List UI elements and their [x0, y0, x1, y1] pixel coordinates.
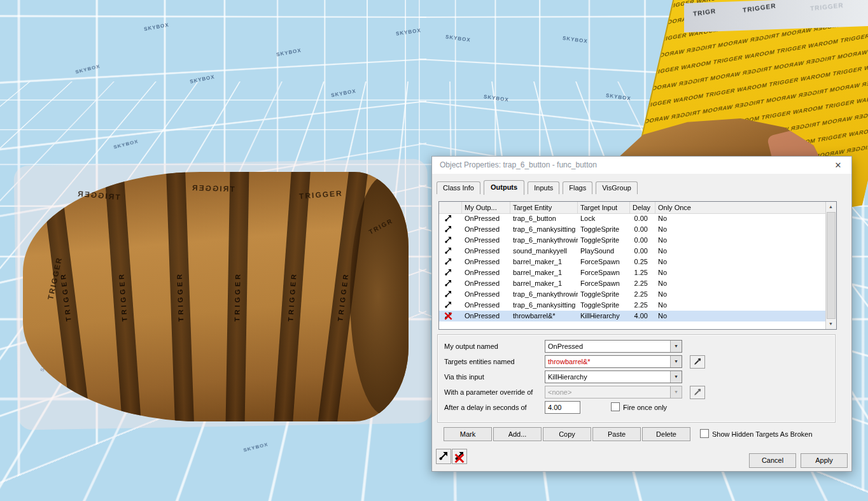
output-row[interactable]: OnPressed barrel_maker_1 ForceSpawn 0.25…: [439, 257, 826, 267]
output-row[interactable]: OnPressed barrel_maker_1 ForceSpawn 2.25…: [439, 278, 826, 289]
copy-button[interactable]: Copy: [543, 427, 591, 441]
output-row[interactable]: OnPressed trap_6_mankythrowing ToggleSpr…: [439, 289, 826, 300]
broken-output-icon-button[interactable]: [452, 449, 467, 464]
row-output: OnPressed: [462, 311, 510, 321]
fire-once-label: Fire once only: [623, 404, 667, 411]
dialog-titlebar[interactable]: Object Properties: trap_6_button - func_…: [432, 157, 851, 174]
eyedropper-icon: [693, 357, 702, 366]
output-row-selected[interactable]: OnPressed throwbarrel&* KillHierarchy 4.…: [439, 311, 826, 321]
barrel-model: TRIGGER TRIGGER TRIGGER TRIGGER TRIGGER …: [23, 172, 409, 421]
row-target-entity: barrel_maker_1: [510, 267, 578, 278]
column-icon-header[interactable]: [439, 202, 462, 213]
row-target-input: Lock: [578, 213, 630, 224]
column-my-output[interactable]: My Outp...: [462, 202, 510, 213]
checkbox-icon[interactable]: [611, 402, 620, 411]
chevron-down-icon[interactable]: ▼: [670, 341, 682, 352]
row-only-once: No: [655, 311, 826, 321]
fire-once-checkbox[interactable]: Fire once only: [611, 401, 667, 414]
param-override-label: With a parameter override of: [444, 386, 533, 399]
chevron-down-icon[interactable]: ▼: [670, 356, 682, 367]
output-row[interactable]: OnPressed trap_6_mankysitting ToggleSpri…: [439, 300, 826, 311]
via-input-value: KillHierarchy: [545, 371, 670, 383]
output-row[interactable]: OnPressed sound_mankyyell PlaySound 0.00…: [439, 246, 826, 257]
mark-button[interactable]: Mark: [444, 427, 492, 441]
scroll-thumb[interactable]: [827, 212, 836, 319]
column-target-entity[interactable]: Target Entity: [510, 202, 578, 213]
my-output-combo[interactable]: OnPressed ▼: [545, 340, 682, 353]
trigger-texture-label: TRIGGER: [191, 183, 235, 194]
table-scrollbar[interactable]: ▲ ▼: [825, 202, 836, 329]
output-connection-icon: [439, 300, 462, 311]
table-body: OnPressed trap_6_button Lock 0.00 No OnP…: [439, 213, 826, 329]
tab-class-info[interactable]: Class Info: [437, 181, 480, 194]
scroll-down-icon[interactable]: ▼: [826, 319, 836, 329]
output-row[interactable]: OnPressed trap_6_mankythrowing ToggleSpr…: [439, 235, 826, 246]
row-target-input: ToggleSprite: [578, 289, 630, 300]
targets-label: Targets entities named: [444, 355, 515, 368]
add-button[interactable]: Add...: [493, 427, 542, 441]
trigger-texture-label: TRIGR: [693, 7, 717, 17]
tab-strip: Class Info Outputs Inputs Flags VisGroup: [437, 180, 639, 194]
via-input-combo[interactable]: KillHierarchy ▼: [545, 370, 682, 383]
3d-viewport[interactable]: SKYBOX SKYBOX SKYBOX SKYBOX SKYBOX SKYBO…: [0, 0, 868, 501]
paste-button[interactable]: Paste: [592, 427, 641, 441]
row-target-entity: trap_6_mankythrowing: [510, 235, 578, 246]
row-only-once: No: [655, 257, 826, 267]
row-output: OnPressed: [462, 278, 510, 289]
row-target-entity: trap_6_button: [510, 213, 578, 224]
row-delay: 0.00: [630, 213, 655, 224]
row-target-entity: trap_6_mankysitting: [510, 224, 578, 235]
delay-input[interactable]: [545, 401, 580, 414]
row-target-entity: throwbarrel&*: [510, 311, 578, 321]
scroll-up-icon[interactable]: ▲: [826, 202, 836, 212]
output-row[interactable]: OnPressed trap_6_mankysitting ToggleSpri…: [439, 224, 826, 235]
column-only-once[interactable]: Only Once: [655, 202, 826, 213]
delay-label: After a delay in seconds of: [444, 401, 527, 414]
trigger-texture-label: TRIGGER: [743, 2, 776, 13]
row-target-entity: barrel_maker_1: [510, 257, 578, 267]
chevron-down-icon[interactable]: ▼: [670, 371, 682, 383]
row-output: OnPressed: [462, 257, 510, 267]
tab-flags[interactable]: Flags: [563, 181, 592, 194]
apply-button[interactable]: Apply: [801, 453, 848, 468]
tab-outputs[interactable]: Outputs: [484, 180, 524, 195]
row-delay: 4.00: [630, 311, 655, 321]
broken-output-icon: [439, 311, 462, 321]
row-target-input: ForceSpawn: [578, 257, 630, 267]
row-target-entity: trap_6_mankythrowing: [510, 289, 578, 300]
tab-visgroup[interactable]: VisGroup: [596, 181, 638, 194]
output-connection-icon: [439, 224, 462, 235]
eyedropper-icon: [693, 388, 702, 397]
checkbox-icon[interactable]: [700, 429, 709, 438]
close-icon[interactable]: ✕: [829, 157, 848, 174]
row-only-once: No: [655, 267, 826, 278]
output-connection-icon: [439, 257, 462, 267]
trigger-texture-label: TRIGGER: [810, 1, 844, 11]
target-entity-value: throwbarrel&*: [545, 356, 670, 367]
delete-button[interactable]: Delete: [642, 427, 690, 441]
output-row[interactable]: OnPressed barrel_maker_1 ForceSpawn 1.25…: [439, 267, 826, 278]
pick-entity-button[interactable]: [690, 355, 705, 369]
output-icon-button[interactable]: [436, 449, 451, 464]
output-connection-icon: [439, 246, 462, 257]
row-delay: 0.00: [630, 246, 655, 257]
output-connection-icon: [439, 213, 462, 224]
tab-inputs[interactable]: Inputs: [528, 181, 559, 194]
row-target-entity: sound_mankyyell: [510, 246, 578, 257]
output-row[interactable]: OnPressed trap_6_button Lock 0.00 No: [439, 213, 826, 224]
row-target-input: ForceSpawn: [578, 267, 630, 278]
output-connection-icon: [439, 267, 462, 278]
row-target-entity: trap_6_mankysitting: [510, 300, 578, 311]
cancel-button[interactable]: Cancel: [749, 453, 796, 468]
show-hidden-checkbox[interactable]: Show Hidden Targets As Broken: [700, 429, 813, 439]
column-target-input[interactable]: Target Input: [578, 202, 630, 213]
row-only-once: No: [655, 246, 826, 257]
target-entity-combo[interactable]: throwbarrel&* ▼: [545, 355, 682, 368]
my-output-label: My output named: [444, 340, 498, 353]
pick-entity-button[interactable]: [690, 386, 705, 399]
row-output: OnPressed: [462, 235, 510, 246]
row-output: OnPressed: [462, 267, 510, 278]
column-delay[interactable]: Delay: [630, 202, 655, 213]
param-override-value: <none>: [545, 386, 670, 398]
row-delay: 2.25: [630, 289, 655, 300]
